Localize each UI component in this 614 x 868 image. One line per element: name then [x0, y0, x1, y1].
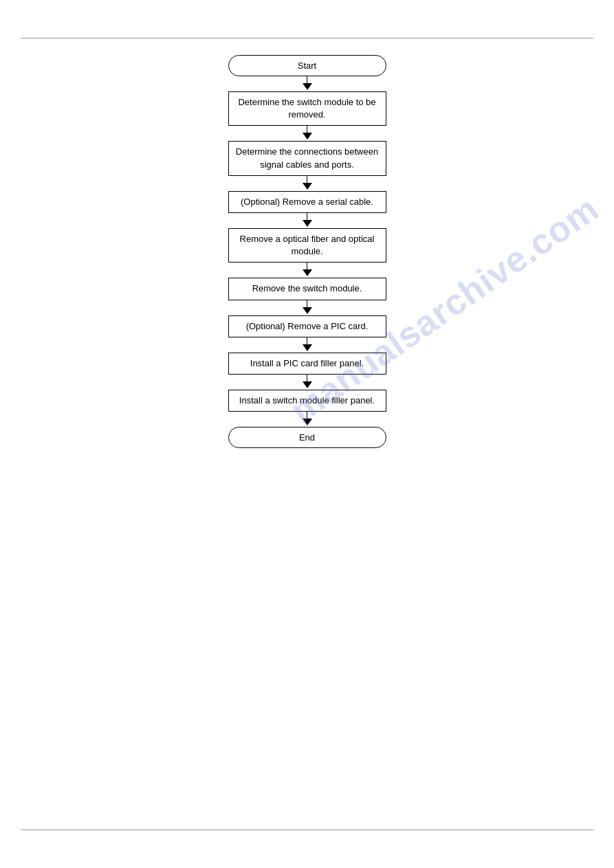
arrow-2 — [303, 126, 312, 141]
arrow-1 — [303, 76, 312, 91]
arrow-7 — [303, 337, 312, 353]
step8-box: Install a switch module filler panel. — [228, 390, 386, 412]
step5-box: Remove the switch module. — [228, 278, 386, 300]
end-node: End — [228, 427, 386, 448]
node-end: End — [228, 427, 386, 448]
node-step7: Install a PIC card filler panel. — [228, 353, 386, 375]
top-rule — [21, 38, 593, 38]
flowchart: Start Determine the switch module to be … — [0, 55, 614, 448]
node-step3: (Optional) Remove a serial cable. — [228, 191, 386, 213]
step7-box: Install a PIC card filler panel. — [228, 353, 386, 375]
node-start: Start — [228, 55, 386, 76]
arrow-8 — [303, 375, 312, 390]
step1-box: Determine the switch module to be remove… — [228, 91, 386, 126]
step3-box: (Optional) Remove a serial cable. — [228, 191, 386, 213]
node-step8: Install a switch module filler panel. — [228, 390, 386, 412]
bottom-rule — [21, 830, 593, 830]
arrow-9 — [303, 412, 312, 427]
step2-box: Determine the connections between signal… — [228, 141, 386, 175]
step4-box: Remove a optical fiber and optical modul… — [228, 228, 386, 263]
arrow-5 — [303, 263, 312, 278]
node-step4: Remove a optical fiber and optical modul… — [228, 228, 386, 263]
node-step6: (Optional) Remove a PIC card. — [228, 315, 386, 337]
arrow-4 — [303, 213, 312, 228]
start-node: Start — [228, 55, 386, 76]
node-step2: Determine the connections between signal… — [228, 141, 386, 175]
node-step1: Determine the switch module to be remove… — [228, 91, 386, 126]
arrow-6 — [303, 300, 312, 315]
step6-box: (Optional) Remove a PIC card. — [228, 315, 386, 337]
arrow-3 — [303, 176, 312, 191]
node-step5: Remove the switch module. — [228, 278, 386, 300]
